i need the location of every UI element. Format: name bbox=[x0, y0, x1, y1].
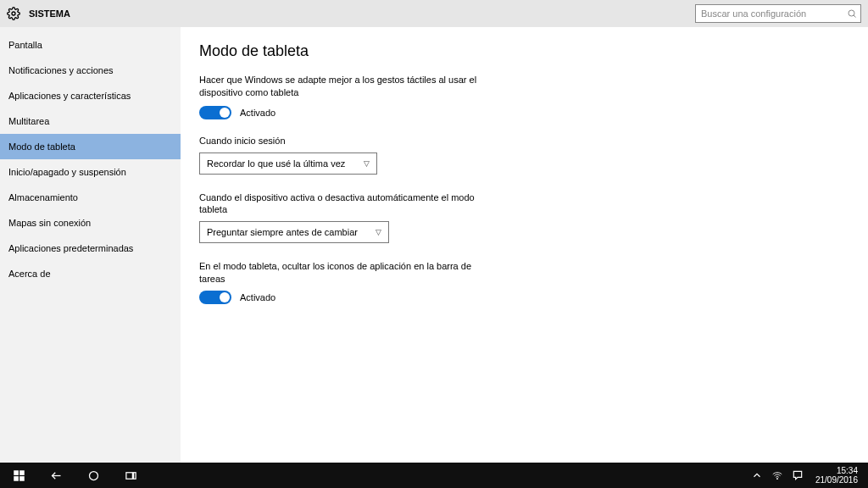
svg-rect-3 bbox=[14, 470, 19, 475]
wifi-icon[interactable] bbox=[771, 469, 783, 481]
windows-icon bbox=[13, 469, 25, 482]
action-center-icon[interactable] bbox=[792, 469, 804, 481]
chevron-down-icon: ▽ bbox=[364, 159, 370, 168]
sidebar: Pantalla Notificaciones y acciones Aplic… bbox=[0, 27, 181, 463]
auto-switch-select-value: Preguntar siempre antes de cambiar bbox=[207, 227, 358, 237]
title-bar: SISTEMA Buscar una configuración bbox=[0, 0, 868, 27]
chevron-up-icon[interactable] bbox=[751, 469, 763, 481]
sidebar-item-notificaciones[interactable]: Notificaciones y acciones bbox=[0, 58, 181, 83]
content-pane: Modo de tableta Hacer que Windows se ada… bbox=[181, 27, 868, 463]
auto-switch-select[interactable]: Preguntar siempre antes de cambiar ▽ bbox=[199, 221, 389, 243]
signin-label: Cuando inicio sesión bbox=[199, 135, 487, 147]
cortana-icon bbox=[87, 469, 100, 482]
svg-rect-4 bbox=[19, 470, 25, 475]
sidebar-item-pantalla[interactable]: Pantalla bbox=[0, 32, 181, 58]
hide-icons-toggle[interactable] bbox=[199, 291, 231, 304]
sidebar-item-mapas[interactable]: Mapas sin conexión bbox=[0, 210, 181, 236]
tablet-gestures-desc: Hacer que Windows se adapte mejor a los … bbox=[199, 74, 479, 99]
hide-icons-desc: En el modo tableta, ocultar los iconos d… bbox=[199, 260, 487, 286]
svg-rect-5 bbox=[14, 476, 19, 481]
svg-point-8 bbox=[89, 471, 97, 480]
auto-switch-label: Cuando el dispositivo activa o desactiva… bbox=[199, 191, 487, 217]
svg-point-11 bbox=[776, 479, 777, 480]
sidebar-item-modo-de-tableta[interactable]: Modo de tableta bbox=[0, 134, 181, 159]
sidebar-item-multitarea[interactable]: Multitarea bbox=[0, 108, 181, 134]
svg-line-2 bbox=[854, 15, 856, 18]
search-input[interactable]: Buscar una configuración bbox=[695, 4, 861, 23]
cortana-button[interactable] bbox=[75, 463, 112, 488]
task-view-button[interactable] bbox=[112, 463, 149, 488]
hide-icons-state: Activado bbox=[240, 292, 275, 302]
back-button[interactable] bbox=[37, 463, 75, 488]
tablet-gestures-state: Activado bbox=[240, 108, 275, 118]
app-title: SISTEMA bbox=[29, 8, 70, 19]
gear-icon bbox=[7, 7, 20, 20]
tablet-gestures-toggle[interactable] bbox=[199, 106, 231, 119]
system-tray: 15:34 21/09/2016 bbox=[751, 466, 868, 485]
start-button[interactable] bbox=[0, 463, 37, 488]
sidebar-item-aplicaciones-caracteristicas[interactable]: Aplicaciones y características bbox=[0, 83, 181, 108]
search-icon bbox=[847, 8, 857, 19]
svg-rect-10 bbox=[133, 472, 136, 479]
search-placeholder: Buscar una configuración bbox=[701, 8, 847, 19]
clock-time: 15:34 bbox=[815, 466, 858, 476]
taskbar: 15:34 21/09/2016 bbox=[0, 463, 868, 488]
chevron-down-icon: ▽ bbox=[376, 228, 381, 236]
sidebar-item-acerca[interactable]: Acerca de bbox=[0, 261, 181, 286]
sidebar-item-almacenamiento[interactable]: Almacenamiento bbox=[0, 185, 181, 210]
task-view-icon bbox=[125, 469, 137, 482]
svg-rect-9 bbox=[125, 472, 132, 479]
clock-date: 21/09/2016 bbox=[815, 475, 858, 485]
clock[interactable]: 15:34 21/09/2016 bbox=[812, 466, 861, 485]
sidebar-item-inicio-apagado[interactable]: Inicio/apagado y suspensión bbox=[0, 159, 181, 185]
arrow-left-icon bbox=[50, 469, 63, 482]
signin-select[interactable]: Recordar lo que usé la última vez ▽ bbox=[199, 152, 377, 175]
page-title: Modo de tableta bbox=[199, 42, 849, 60]
signin-select-value: Recordar lo que usé la última vez bbox=[207, 158, 345, 169]
sidebar-item-aplicaciones-predeterminadas[interactable]: Aplicaciones predeterminadas bbox=[0, 236, 181, 261]
svg-point-0 bbox=[12, 12, 15, 15]
svg-rect-6 bbox=[19, 476, 25, 481]
svg-point-1 bbox=[849, 10, 854, 16]
